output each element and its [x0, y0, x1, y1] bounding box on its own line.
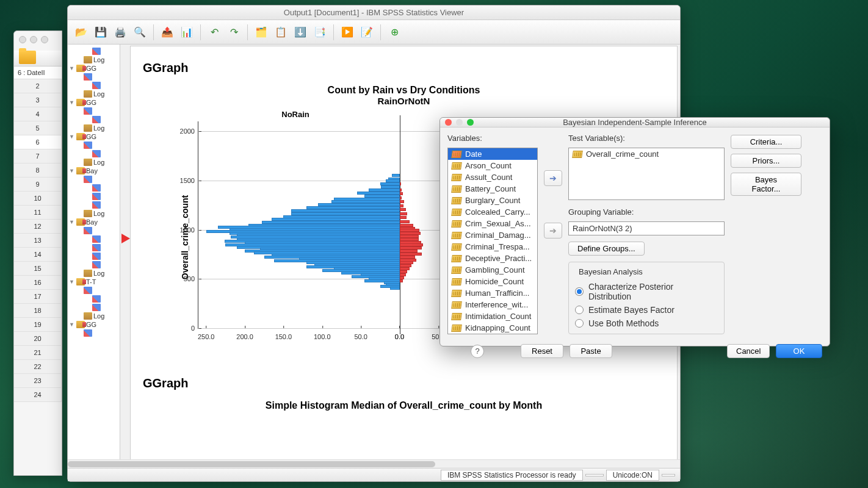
row-header[interactable]: 15 [14, 262, 62, 276]
define-groups-button[interactable]: Define Groups... [568, 242, 645, 256]
cancel-button[interactable]: Cancel [727, 344, 770, 358]
row-header[interactable]: 14 [14, 248, 62, 262]
outline-item[interactable]: ▼T-T [68, 278, 120, 286]
row-header[interactable]: 19 [14, 318, 62, 332]
close-icon[interactable] [19, 36, 26, 43]
ok-button[interactable]: OK [776, 344, 822, 358]
outline-item[interactable] [68, 226, 120, 235]
row-header[interactable]: 21 [14, 346, 62, 360]
move-to-grouping-button[interactable]: ➔ [544, 223, 562, 239]
outline-item[interactable] [68, 295, 120, 303]
run-button[interactable]: ▶️ [339, 24, 356, 41]
row-header[interactable]: 18 [14, 304, 62, 318]
outline-item[interactable]: ▼GG [68, 320, 120, 329]
insert-button[interactable]: ⬇️ [292, 24, 309, 41]
row-header[interactable]: 23 [14, 374, 62, 388]
row-header[interactable]: 12 [14, 220, 62, 234]
outline-item[interactable] [68, 81, 120, 90]
row-header[interactable]: 22 [14, 360, 62, 374]
variables-listbox[interactable]: DateArson_CountAssult_CountBattery_Count… [447, 148, 538, 334]
variable-item[interactable]: Gambling_Count [448, 264, 537, 276]
outline-item[interactable] [68, 107, 120, 115]
row-header[interactable]: 8 [14, 163, 62, 178]
dialog-zoom-icon[interactable] [467, 119, 474, 126]
outline-item[interactable] [68, 243, 120, 252]
outline-item[interactable] [68, 192, 120, 201]
outline-item[interactable] [68, 149, 120, 158]
outline-item[interactable] [68, 201, 120, 209]
outline-item[interactable] [68, 115, 120, 124]
add-button[interactable]: ⊕ [386, 24, 403, 41]
variable-item[interactable]: Burglary_Count [448, 195, 537, 206]
row-header[interactable]: 4 [14, 107, 62, 121]
outline-item[interactable]: Log [68, 269, 120, 278]
redo-button[interactable]: ↷ [225, 24, 242, 41]
select-button[interactable]: 📑 [311, 24, 328, 41]
grouping-variable-field[interactable]: RainOrNotN(3 2) [568, 221, 725, 235]
open-button[interactable]: 📂 [73, 24, 90, 41]
print-button[interactable]: 🖨️ [112, 24, 129, 41]
open-folder-icon[interactable] [19, 51, 36, 64]
outline-item[interactable]: Log [68, 124, 120, 132]
row-header[interactable]: 6 [14, 135, 62, 149]
variable-item[interactable]: Battery_Count [448, 183, 537, 195]
reset-button[interactable]: Reset [521, 344, 563, 358]
horizontal-scrollbar[interactable] [68, 459, 680, 468]
variable-item[interactable]: Intimidation_Count [448, 310, 537, 322]
priors-button[interactable]: Priors... [731, 154, 801, 168]
outline-item[interactable]: ▼Bay [68, 218, 120, 226]
outline-item[interactable]: ▼GG [68, 64, 120, 73]
test-variables-listbox[interactable]: Overall_crime_count [568, 148, 725, 200]
outline-item[interactable]: ▼GG [68, 132, 120, 141]
paste-button[interactable]: Paste [570, 344, 612, 358]
variable-item[interactable]: Assult_Count [448, 171, 537, 183]
row-header[interactable]: 9 [14, 178, 62, 192]
outline-item[interactable] [68, 286, 120, 295]
variable-item[interactable]: Criminal_Damag... [448, 229, 537, 241]
outline-item[interactable] [68, 184, 120, 192]
goto-case-button[interactable]: 🗂️ [253, 24, 270, 41]
help-button[interactable]: ? [471, 345, 484, 358]
outline-item[interactable]: Log [68, 56, 120, 64]
outline-item[interactable] [68, 175, 120, 184]
outline-item[interactable]: ▼GG [68, 98, 120, 107]
variable-item[interactable]: Crim_Sexual_As... [448, 218, 537, 229]
output-outline[interactable]: Log▼GGLog▼GGLog▼GGLog▼BayLog▼BayLog▼T-TL… [68, 45, 120, 459]
zoom-icon[interactable] [41, 36, 48, 43]
outline-item[interactable] [68, 260, 120, 269]
variable-item[interactable]: Criminal_Trespa... [448, 241, 537, 253]
row-header[interactable]: 13 [14, 234, 62, 248]
radio-option[interactable]: Estimate Bayes Factor [575, 303, 718, 317]
script-button[interactable]: 📝 [358, 24, 375, 41]
print-preview-button[interactable]: 🔍 [131, 24, 148, 41]
outline-item[interactable] [68, 141, 120, 149]
test-variable-item[interactable]: Overall_crime_count [569, 148, 724, 160]
outline-item[interactable] [68, 47, 120, 56]
row-header[interactable]: 20 [14, 332, 62, 346]
save-button[interactable]: 💾 [92, 24, 109, 41]
criteria-button[interactable]: Criteria... [731, 135, 801, 149]
goto-data-button[interactable]: 📊 [178, 24, 195, 41]
outline-item[interactable] [68, 235, 120, 243]
variable-item[interactable]: Homicide_Count [448, 276, 537, 287]
outline-item[interactable]: ▼Bay [68, 167, 120, 175]
outline-item[interactable]: Log [68, 90, 120, 98]
row-header[interactable]: 10 [14, 192, 62, 206]
variable-item[interactable]: Interference_wit... [448, 299, 537, 310]
move-to-test-button[interactable]: ➔ [544, 170, 562, 186]
variables-button[interactable]: 📋 [272, 24, 289, 41]
variable-item[interactable]: Colcealed_Carry... [448, 206, 537, 218]
outline-item[interactable]: Log [68, 158, 120, 167]
row-header[interactable]: 7 [14, 149, 62, 163]
outline-item[interactable] [68, 303, 120, 312]
outline-item[interactable] [68, 73, 120, 81]
row-header[interactable]: 5 [14, 121, 62, 135]
radio-option[interactable]: Characterize Posterior Distribution [575, 280, 718, 303]
minimize-icon[interactable] [30, 36, 37, 43]
outline-item[interactable]: Log [68, 312, 120, 320]
bayes-factor-button[interactable]: Bayes Factor... [731, 173, 801, 196]
row-header[interactable]: 16 [14, 276, 62, 290]
variable-item[interactable]: Kidnapping_Count [448, 322, 537, 334]
row-header[interactable]: 2 [14, 79, 62, 93]
variable-item[interactable]: Human_Trafficin... [448, 287, 537, 299]
